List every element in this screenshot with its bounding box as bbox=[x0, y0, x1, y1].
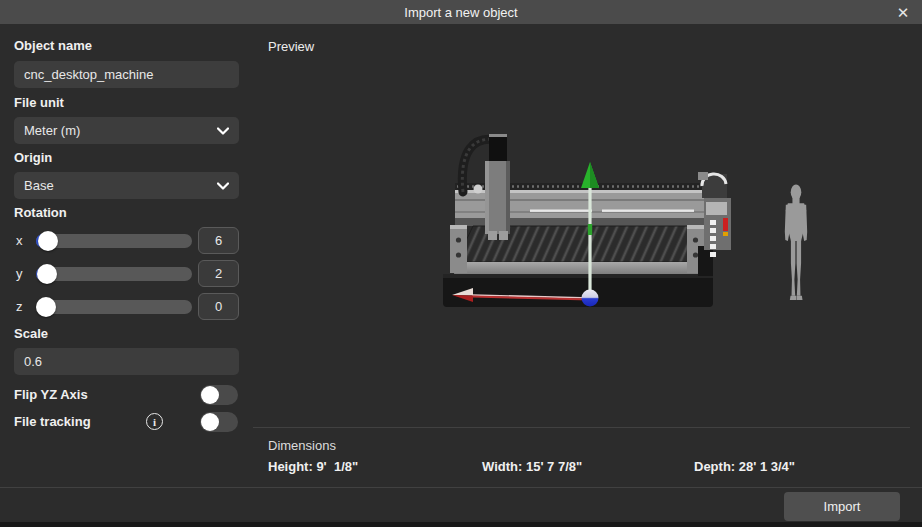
flip-yz-toggle[interactable] bbox=[200, 385, 238, 405]
scale-label: Scale bbox=[14, 326, 48, 341]
file-unit-label: File unit bbox=[14, 95, 64, 110]
machine-left-bracket bbox=[450, 225, 467, 273]
chevron-down-icon bbox=[217, 127, 229, 135]
chevron-down-icon bbox=[217, 182, 229, 190]
machine-base bbox=[443, 274, 713, 307]
dialog-title: Import a new object bbox=[404, 5, 517, 20]
rotation-z-slider[interactable] bbox=[36, 300, 192, 314]
dimension-height: Height: 9' 1/8" bbox=[268, 459, 358, 474]
info-icon[interactable]: i bbox=[146, 413, 163, 430]
origin-value: Base bbox=[24, 178, 54, 193]
rotation-x-value[interactable]: 6 bbox=[198, 227, 239, 254]
footer-divider bbox=[0, 487, 922, 488]
toggle-knob bbox=[201, 386, 219, 404]
rotation-z-thumb[interactable] bbox=[36, 297, 56, 317]
rotation-x-slider[interactable] bbox=[36, 234, 192, 248]
rotation-y-slider[interactable] bbox=[36, 267, 192, 281]
preview-label: Preview bbox=[268, 39, 314, 54]
axis-y-label: y bbox=[16, 266, 23, 281]
origin-ball bbox=[582, 290, 599, 307]
axis-z-label: z bbox=[16, 299, 23, 314]
dimensions-divider bbox=[253, 427, 910, 428]
file-tracking-toggle[interactable] bbox=[200, 412, 238, 432]
rotation-label: Rotation bbox=[14, 205, 67, 220]
dimension-width: Width: 15' 7 7/8" bbox=[482, 459, 582, 474]
cnc-machine-preview bbox=[440, 128, 740, 314]
origin-label: Origin bbox=[14, 150, 52, 165]
origin-select[interactable]: Base bbox=[14, 172, 239, 199]
rotation-row-x: x 6 bbox=[0, 227, 239, 254]
axis-x-label: x bbox=[16, 233, 23, 248]
file-tracking-label: File tracking bbox=[14, 414, 91, 429]
import-object-dialog: Import a new object ✕ Object name File u… bbox=[0, 0, 922, 527]
rotation-y-thumb[interactable] bbox=[37, 264, 57, 284]
dialog-titlebar: Import a new object ✕ bbox=[0, 0, 922, 24]
dimension-depth: Depth: 28' 1 3/4" bbox=[694, 459, 795, 474]
file-unit-value: Meter (m) bbox=[24, 123, 80, 138]
close-icon[interactable]: ✕ bbox=[890, 0, 916, 24]
file-unit-select[interactable]: Meter (m) bbox=[14, 117, 239, 144]
object-name-input[interactable] bbox=[14, 61, 239, 88]
flip-yz-label: Flip YZ Axis bbox=[14, 387, 88, 402]
object-name-label: Object name bbox=[14, 38, 92, 53]
rotation-x-thumb[interactable] bbox=[38, 231, 58, 251]
rotation-z-value[interactable]: 0 bbox=[198, 293, 239, 320]
bottom-strip bbox=[0, 522, 922, 527]
scale-input[interactable] bbox=[14, 348, 239, 375]
human-scale-silhouette bbox=[779, 184, 813, 304]
rotation-row-z: z 0 bbox=[0, 293, 239, 320]
import-button[interactable]: Import bbox=[784, 492, 900, 521]
toggle-knob bbox=[201, 413, 219, 431]
dimensions-label: Dimensions bbox=[268, 438, 336, 453]
rotation-row-y: y 2 bbox=[0, 260, 239, 287]
rotation-y-value[interactable]: 2 bbox=[198, 260, 239, 287]
